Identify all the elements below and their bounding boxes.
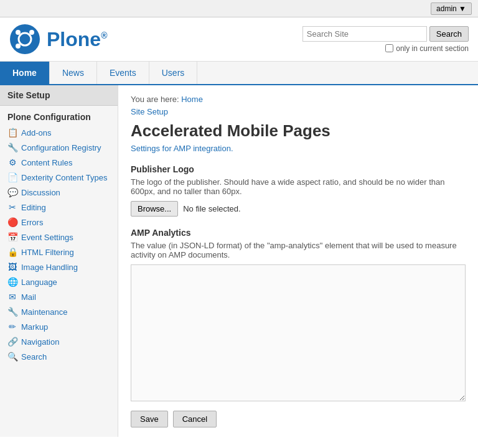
browse-button[interactable]: Browse... xyxy=(131,201,178,217)
sidebar-item-label: Language xyxy=(21,278,57,287)
svg-point-0 xyxy=(10,24,40,54)
only-current-section-row: only in current section xyxy=(385,44,469,53)
main-nav: Home News Events Users xyxy=(0,62,478,85)
file-upload-row: Browse... No file selected. xyxy=(131,201,466,217)
mail-icon: ✉ xyxy=(7,292,17,302)
only-current-section-checkbox[interactable] xyxy=(385,44,393,52)
svg-point-2 xyxy=(16,30,21,35)
sidebar-item-html-filtering[interactable]: 🔒 HTML Filtering xyxy=(0,245,118,259)
amp-analytics-textarea[interactable] xyxy=(131,264,466,401)
sidebar-item-content-rules[interactable]: ⚙ Content Rules xyxy=(0,155,118,170)
sidebar-item-label: Dexterity Content Types xyxy=(21,173,108,182)
sidebar-item-label: Editing xyxy=(21,203,46,212)
search-input[interactable] xyxy=(302,26,427,42)
site-setup-link[interactable]: Site Setup xyxy=(131,107,466,116)
navigation-icon: 🔗 xyxy=(7,337,17,347)
breadcrumb: You are here: Home xyxy=(131,95,466,104)
sidebar-item-add-ons[interactable]: 📋 Add-ons xyxy=(0,125,118,140)
page-title: Accelerated Mobile Pages xyxy=(131,121,466,141)
search-button[interactable]: Search xyxy=(429,26,469,42)
markup-icon: ✏ xyxy=(7,322,17,332)
sidebar-item-navigation[interactable]: 🔗 Navigation xyxy=(0,334,118,349)
sidebar-item-label: Discussion xyxy=(21,188,60,197)
nav-item-events[interactable]: Events xyxy=(97,62,149,84)
sidebar-item-label: Add-ons xyxy=(21,128,51,138)
sidebar-item-label: Image Handling xyxy=(21,263,78,272)
event-settings-icon: 📅 xyxy=(7,232,17,242)
content-rules-icon: ⚙ xyxy=(7,157,17,167)
search-area: Search only in current section xyxy=(302,26,469,53)
sidebar-item-image-handling[interactable]: 🖼 Image Handling xyxy=(0,259,118,274)
cancel-button[interactable]: Cancel xyxy=(173,411,217,427)
sidebar-item-label: Errors xyxy=(21,218,43,227)
sidebar-item-label: Navigation xyxy=(21,337,59,347)
sidebar-item-markup[interactable]: ✏ Markup xyxy=(0,319,118,334)
language-icon: 🌐 xyxy=(7,277,17,287)
sidebar-item-label: Mail xyxy=(21,292,36,302)
sidebar-item-dexterity-content[interactable]: 📄 Dexterity Content Types xyxy=(0,170,118,185)
nav-item-users[interactable]: Users xyxy=(149,62,198,84)
sidebar-item-label: Configuration Registry xyxy=(21,143,101,152)
sidebar-item-label: Maintenance xyxy=(21,307,67,317)
sidebar-item-maintenance[interactable]: 🔧 Maintenance xyxy=(0,304,118,319)
logo-text: Plone® xyxy=(47,28,107,51)
sidebar-item-discussion[interactable]: 💬 Discussion xyxy=(0,185,118,200)
discussion-icon: 💬 xyxy=(7,187,17,197)
search-row: Search xyxy=(302,26,469,42)
sidebar-item-configuration-registry[interactable]: 🔧 Configuration Registry xyxy=(0,140,118,155)
header: Plone® Search only in current section xyxy=(0,17,478,62)
html-filtering-icon: 🔒 xyxy=(7,247,17,257)
svg-point-4 xyxy=(16,44,21,49)
search-icon: 🔍 xyxy=(7,352,17,362)
sidebar-item-event-settings[interactable]: 📅 Event Settings xyxy=(0,230,118,245)
svg-point-3 xyxy=(29,30,34,35)
form-buttons: Save Cancel xyxy=(131,411,466,427)
image-handling-icon: 🖼 xyxy=(7,262,17,272)
sidebar-item-label: HTML Filtering xyxy=(21,248,74,257)
nav-item-news[interactable]: News xyxy=(50,62,97,84)
sidebar: Site Setup Plone Configuration 📋 Add-ons… xyxy=(0,85,118,437)
only-current-section-label: only in current section xyxy=(396,44,469,53)
save-button[interactable]: Save xyxy=(131,411,168,427)
breadcrumb-prefix: You are here: xyxy=(131,95,179,104)
logo: Plone® xyxy=(9,24,107,55)
page-subtitle: Settings for AMP integration. xyxy=(131,144,466,153)
logo-registered: ® xyxy=(101,30,107,40)
sidebar-item-label: Content Rules xyxy=(21,158,72,167)
sidebar-item-label: Event Settings xyxy=(21,233,73,242)
sidebar-item-errors[interactable]: 🔴 Errors xyxy=(0,215,118,230)
dexterity-icon: 📄 xyxy=(7,172,17,182)
sidebar-item-language[interactable]: 🌐 Language xyxy=(0,274,118,289)
maintenance-icon: 🔧 xyxy=(7,307,17,317)
main-content: You are here: Home Site Setup Accelerate… xyxy=(118,85,478,437)
editing-icon: ✂ xyxy=(7,202,17,212)
breadcrumb-home-link[interactable]: Home xyxy=(181,95,203,104)
plone-config-title: Plone Configuration xyxy=(0,106,118,125)
top-bar: admin ▼ xyxy=(0,0,478,17)
nav-item-home[interactable]: Home xyxy=(0,62,50,84)
admin-menu-button[interactable]: admin ▼ xyxy=(431,2,472,15)
sidebar-item-label: Search xyxy=(21,352,47,362)
sidebar-item-label: Markup xyxy=(21,322,48,332)
configuration-registry-icon: 🔧 xyxy=(7,142,17,152)
amp-integration-link[interactable]: Settings for AMP integration. xyxy=(131,144,233,153)
sidebar-item-search[interactable]: 🔍 Search xyxy=(0,349,118,364)
site-setup-title: Site Setup xyxy=(0,85,118,106)
sidebar-item-mail[interactable]: ✉ Mail xyxy=(0,289,118,304)
add-ons-icon: 📋 xyxy=(7,128,17,138)
no-file-text: No file selected. xyxy=(183,204,241,213)
publisher-logo-desc: The logo of the publisher. Should have a… xyxy=(131,177,466,196)
publisher-logo-title: Publisher Logo xyxy=(131,164,466,174)
errors-icon: 🔴 xyxy=(7,217,17,227)
amp-analytics-desc: The value (in JSON-LD format) of the "am… xyxy=(131,241,466,259)
sidebar-item-editing[interactable]: ✂ Editing xyxy=(0,200,118,215)
content-area: Site Setup Plone Configuration 📋 Add-ons… xyxy=(0,85,478,437)
plone-logo-icon xyxy=(9,24,40,55)
amp-analytics-title: AMP Analytics xyxy=(131,228,466,238)
